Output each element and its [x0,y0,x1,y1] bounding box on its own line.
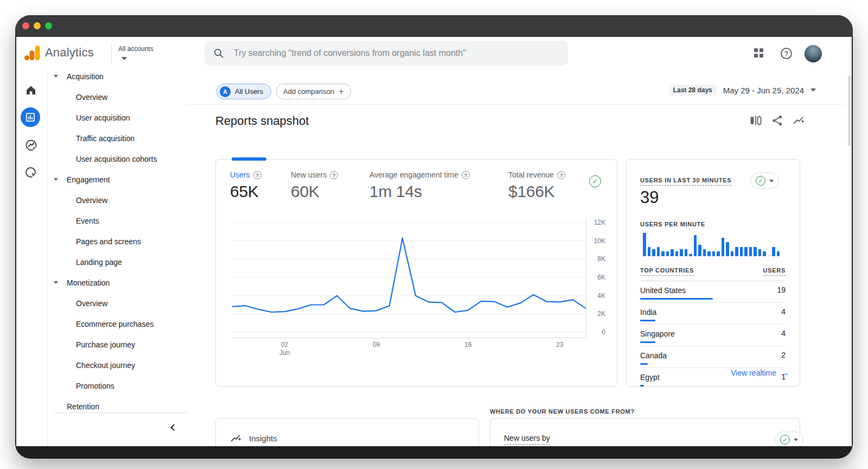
minute-bar [643,233,646,256]
x-tick-mark [376,338,377,340]
chevron-down-icon [810,88,816,92]
rail-advertising-button[interactable] [24,166,37,179]
country-progress-bar [640,320,655,321]
minute-bar [707,251,711,256]
nav-collapse-button[interactable] [167,422,180,435]
view-realtime-label: View realtime [731,369,776,377]
metric-users[interactable]: Users? 65K [230,170,261,201]
sidebar-section-label: Engagement [67,175,110,184]
insights-icon-button[interactable] [793,115,805,126]
realtime-status-pill[interactable]: ✓ [750,173,779,189]
add-comparison-label: Add comparison [283,87,334,96]
search-input[interactable] [234,48,559,58]
chevron-down-icon [54,281,58,284]
realtime-users-value: 39 [640,188,659,207]
sidebar-divider [54,413,188,413]
check-icon: ✓ [589,175,601,187]
page-title-actions [750,115,805,126]
sidebar-item-pages-and-screens[interactable]: Pages and screens [48,231,188,252]
question-icon[interactable]: ? [253,171,261,179]
top-countries-header: TOP COUNTRIES [640,267,694,276]
minute-bar [657,247,660,256]
data-quality-badge[interactable]: ✓ [589,175,601,187]
sidebar-item-user-acquisition-cohorts[interactable]: User acquisition cohorts [48,149,188,169]
sidebar-item-landing-page[interactable]: Landing page [48,252,188,272]
search-bar[interactable] [205,41,568,66]
x-tick-mark [560,338,560,340]
date-range-selector[interactable]: Last 28 days May 29 - Jun 25, 2024 [669,85,816,96]
country-progress-bar [640,385,644,386]
minute-bar [694,235,697,256]
all-users-chip[interactable]: A All Users [216,84,271,99]
country-name: Singapore [640,329,675,338]
share-icon-button[interactable] [771,115,783,126]
close-window-button[interactable] [22,22,29,29]
metric-new-users[interactable]: New users? 60K [291,170,338,201]
country-name: India [640,308,656,316]
realtime-title: USERS IN LAST 30 MINUTES [640,177,731,186]
minute-bar [722,238,725,256]
question-icon[interactable]: ? [557,171,565,179]
chevron-down-icon [769,180,774,182]
new-users-status-pill[interactable]: ✓ [775,432,803,446]
vertical-scrollbar-thumb[interactable] [848,75,851,146]
metric-total-revenue[interactable]: Total revenue? $166K [508,170,565,201]
sidebar-item-overview[interactable]: Overview [48,293,188,314]
date-range-badge: Last 28 days [669,85,717,96]
insights-sparkline-icon [231,433,242,444]
sidebar-item-traffic-acquisition[interactable]: Traffic acquisition [48,128,188,149]
rail-home-button[interactable] [24,84,37,97]
sidebar-item-overview[interactable]: Overview [48,190,188,211]
y-tick-label: 0 [590,328,605,336]
question-icon[interactable]: ? [330,171,338,179]
sidebar-item-ecommerce-purchases[interactable]: Ecommerce purchases [48,314,188,334]
check-icon: ✓ [780,435,790,445]
sidebar-item-overview[interactable]: Overview [48,87,188,107]
sidebar-item-promotions[interactable]: Promotions [48,376,188,396]
user-avatar[interactable] [805,45,822,62]
all-users-label: All Users [235,87,263,96]
country-name: Canada [640,351,667,360]
apps-grid-button[interactable] [754,48,763,58]
country-users-count: 19 [777,286,786,294]
minute-bar [652,249,655,256]
sidebar-item-user-acquisition[interactable]: User acquisition [48,107,188,128]
chevron-down-icon [54,178,58,181]
minute-bar [726,242,729,256]
new-users-by-label[interactable]: New users by [504,434,550,445]
metric-avg-engagement[interactable]: Average engagement time? 1m 14s [369,170,470,201]
reports-bar-chart-icon [24,111,36,123]
sidebar-item-events[interactable]: Events [48,211,188,231]
sidebar-section-acquisition[interactable]: Acquisition [48,66,188,87]
rail-reports-button[interactable] [21,107,40,127]
rail-explore-button[interactable] [24,138,37,151]
chevron-left-icon [170,424,177,431]
compare-icon-button[interactable] [750,115,762,126]
minute-bar [717,251,720,256]
question-icon[interactable]: ? [462,171,470,179]
x-tick-label: 16 [457,341,479,348]
analytics-app: Analytics All accounts ? [16,37,852,446]
insights-label: Insights [249,434,277,443]
country-progress-bar [640,298,713,300]
minimize-window-button[interactable] [34,22,41,29]
add-comparison-chip[interactable]: Add comparison + [276,84,351,99]
users-line-chart [232,223,586,332]
sidebar-section-retention[interactable]: Retention [48,396,188,417]
y-tick-label: 10K [590,237,605,245]
zoom-window-button[interactable] [45,22,52,29]
view-realtime-link[interactable]: View realtime→ [640,368,789,378]
sidebar-section-engagement[interactable]: Engagement [48,169,188,190]
sidebar-item-purchase-journey[interactable]: Purchase journey [48,334,188,355]
country-progress-bar [640,341,655,343]
help-icon: ? [781,48,792,59]
minute-bar [768,255,771,256]
sidebar-item-checkout-journey[interactable]: Checkout journey [48,355,188,376]
metric-users-label: Users [230,170,250,179]
account-switcher[interactable]: All accounts [118,45,167,62]
sidebar-section-monetization[interactable]: Monetization [48,272,188,293]
date-range-text: May 29 - Jun 25, 2024 [723,86,804,95]
country-users-count: 2 [781,351,786,359]
help-button[interactable]: ? [781,48,792,59]
minute-bar [666,251,669,256]
